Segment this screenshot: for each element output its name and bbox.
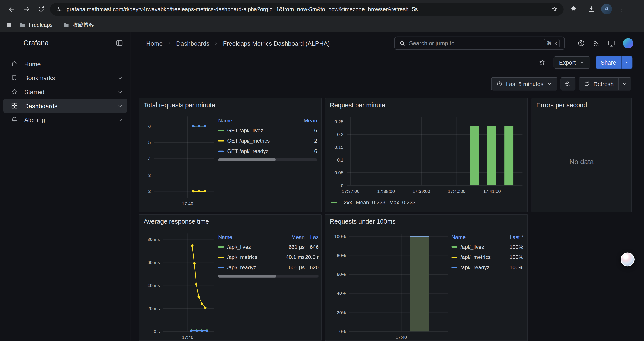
user-avatar[interactable] [623, 38, 633, 48]
legend-row[interactable]: GET /api/_metrics 2 [218, 136, 317, 146]
url-bar[interactable]: grafana.mathmast.com/d/deytv4rwavabkb/fr… [50, 3, 564, 15]
chevron-down-icon[interactable] [117, 117, 123, 123]
legend-row[interactable]: 2xx Mean: 0.233 Max: 0.233 [331, 199, 416, 206]
axis-tick-label: 0 s [154, 328, 160, 334]
refresh-button[interactable]: Refresh [579, 78, 618, 90]
chevron-down-icon [579, 60, 584, 65]
reload-icon[interactable] [34, 2, 48, 16]
download-icon[interactable] [584, 2, 599, 16]
series-name: /api/_livez [227, 244, 251, 250]
back-icon[interactable] [4, 2, 19, 16]
star-icon [11, 88, 18, 96]
panel-title[interactable]: Total requests per minute [139, 98, 321, 112]
bar-chart[interactable]: 100%80%60%40%20%0%17:40 [328, 230, 450, 340]
panel-title[interactable]: Errors per second [532, 98, 631, 112]
axis-tick-label: 5 [148, 140, 150, 145]
zoom-out-icon[interactable] [561, 77, 576, 90]
legend-row[interactable]: /api/_readyz 100% [451, 262, 523, 272]
menu-kebab-icon[interactable] [614, 2, 629, 16]
panel-title[interactable]: Average response time [139, 215, 321, 229]
series-mean: 605 µs [280, 264, 305, 270]
bookmark-label: 收藏博客 [72, 21, 94, 29]
time-range-picker[interactable]: Last 5 minutes [491, 77, 558, 90]
sidebar: Grafana Home Bookmarks Starred [0, 32, 131, 341]
url-text[interactable]: grafana.mathmast.com/d/deytv4rwavabkb/fr… [67, 6, 547, 12]
series-color-swatch [218, 256, 224, 258]
share-menu-chevron-icon[interactable] [622, 56, 632, 69]
legend-col-last[interactable]: Last * [501, 234, 523, 240]
scrollbar-thumb[interactable] [218, 158, 276, 161]
monitor-icon[interactable] [608, 39, 615, 47]
axis-tick-label: 0.1 [337, 157, 344, 163]
legend-row[interactable]: GET /api/_readyz 6 [218, 146, 317, 156]
legend-row[interactable]: /api/_metrics 100% [451, 252, 523, 262]
legend-scrollbar[interactable] [218, 275, 319, 278]
legend-col-last[interactable]: Las [305, 234, 319, 240]
legend-row[interactable]: /api/_metrics 40.1 ms 20.5 r [218, 252, 319, 262]
apps-grid-icon[interactable] [6, 22, 12, 28]
panel-title[interactable]: Request per minute [325, 98, 528, 112]
legend-row[interactable]: /api/_livez 661 µs 646 [218, 242, 319, 252]
sidebar-item-starred[interactable]: Starred [3, 85, 127, 99]
breadcrumb-dashboards[interactable]: Dashboards [176, 40, 210, 47]
legend-row[interactable]: GET /api/_livez 6 [218, 125, 317, 136]
series-name: /api/_readyz [227, 264, 256, 270]
chevron-down-icon[interactable] [117, 75, 123, 81]
axis-tick-label: 20% [337, 309, 346, 315]
legend-col-name[interactable]: Name [218, 234, 280, 240]
breadcrumb-home[interactable]: Home [146, 40, 163, 47]
browser-profile-avatar[interactable] [601, 4, 612, 15]
chevron-down-icon[interactable] [117, 89, 123, 95]
series-color-swatch [218, 151, 224, 152]
sidebar-toggle-icon[interactable] [116, 39, 124, 47]
series-color-swatch [218, 140, 224, 142]
forward-icon[interactable] [19, 2, 34, 16]
search-input[interactable]: Search or jump to... ⌘+k [394, 37, 565, 50]
timeseries-chart[interactable]: 6543217:40 [142, 114, 216, 208]
series-last: 100% [501, 254, 523, 260]
export-button[interactable]: Export [554, 56, 590, 69]
bookmark-item-freeleaps[interactable]: Freeleaps [16, 20, 56, 30]
series-color-swatch [451, 256, 457, 258]
bar-chart[interactable]: 0.250.20.150.10.05017:37:0017:38:0017:39… [328, 114, 525, 196]
site-info-icon[interactable] [56, 6, 62, 12]
bookmark-item-blog[interactable]: 收藏博客 [60, 20, 97, 30]
legend-header: Name Last * [451, 232, 523, 242]
chevron-down-icon[interactable] [117, 103, 123, 109]
panel-title[interactable]: Requests under 100ms [325, 215, 528, 229]
series-name: GET /api/_livez [227, 128, 263, 134]
legend-col-mean[interactable]: Mean [280, 234, 305, 240]
legend-col-mean[interactable]: Mean [298, 117, 317, 124]
extensions-icon[interactable] [567, 2, 582, 16]
sidebar-item-home[interactable]: Home [3, 57, 127, 71]
timeseries-chart[interactable]: 80 ms60 ms40 ms20 ms0 s17:40 [142, 230, 216, 340]
legend-scrollbar[interactable] [218, 158, 317, 161]
legend-row[interactable]: /api/_readyz 605 µs 620 [218, 262, 319, 272]
assistant-floating-avatar[interactable] [620, 252, 634, 266]
help-icon[interactable] [577, 40, 585, 47]
legend-col-name[interactable]: Name [451, 234, 501, 240]
sidebar-item-bookmarks[interactable]: Bookmarks [3, 71, 127, 85]
share-label[interactable]: Share [595, 56, 622, 69]
panel-avg-response-time: Average response time 80 ms60 ms40 ms20 … [139, 214, 322, 341]
rss-icon[interactable] [593, 40, 600, 47]
axis-tick-label: 0.25 [334, 119, 343, 125]
share-button[interactable]: Share [595, 56, 632, 69]
refresh-interval-chevron-icon[interactable] [618, 78, 631, 90]
bookmarks-bar: Freeleaps 收藏博客 [0, 18, 644, 32]
axis-tick-label: 17:41:00 [476, 188, 508, 194]
series-name: /api/_metrics [227, 254, 257, 260]
bookmark-star-icon[interactable] [551, 6, 558, 13]
legend-row[interactable]: /api/_livez 100% [451, 242, 523, 252]
axis-tick-label: 17:38:00 [370, 188, 402, 194]
legend-col-name[interactable]: Name [218, 117, 298, 124]
sidebar-item-alerting[interactable]: Alerting [3, 113, 127, 127]
grafana-logo[interactable] [8, 38, 18, 48]
series-name: /api/_metrics [460, 254, 490, 260]
axis-tick-label: 100% [334, 233, 346, 239]
scrollbar-thumb[interactable] [218, 275, 276, 278]
favorite-star-icon[interactable] [536, 56, 548, 69]
home-icon [11, 60, 18, 68]
sidebar-item-dashboards[interactable]: Dashboards [3, 99, 127, 113]
series-last: 20.5 r [305, 254, 319, 260]
